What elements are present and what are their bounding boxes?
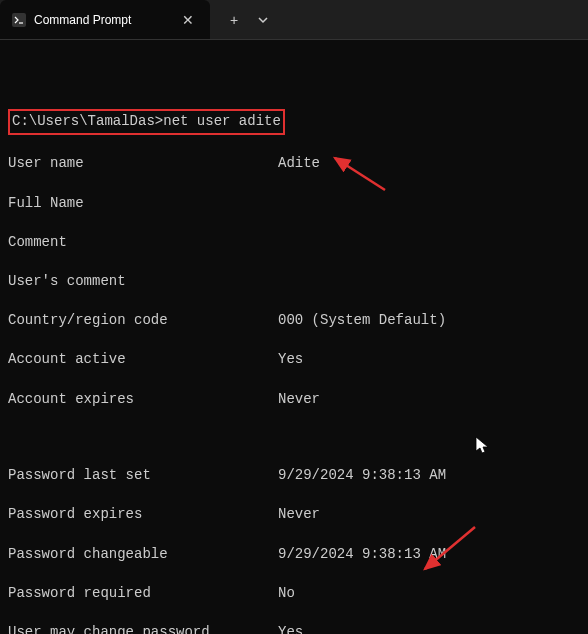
cmd-icon (12, 13, 26, 27)
close-icon[interactable]: ✕ (178, 10, 198, 30)
tab-title: Command Prompt (34, 13, 170, 27)
comment-label: Comment (8, 233, 278, 253)
user-may-change-label: User may change password (8, 623, 278, 634)
chevron-down-icon (258, 15, 268, 25)
typed-command: net user adite (163, 113, 281, 129)
user-may-change-value: Yes (278, 623, 580, 634)
country-label: Country/region code (8, 311, 278, 331)
user-name-label: User name (8, 154, 278, 174)
pw-required-label: Password required (8, 584, 278, 604)
terminal-output[interactable]: C:\Users\TamalDas>net user adite User na… (0, 40, 588, 634)
users-comment-value (278, 272, 580, 292)
account-active-value: Yes (278, 350, 580, 370)
pw-required-value: No (278, 584, 580, 604)
prompt-path: C:\Users\TamalDas> (12, 113, 163, 129)
pw-last-set-value: 9/29/2024 9:38:13 AM (278, 466, 580, 486)
new-tab-button[interactable]: + (222, 8, 246, 32)
comment-value (278, 233, 580, 253)
country-value: 000 (System Default) (278, 311, 580, 331)
tab-dropdown-button[interactable] (250, 8, 276, 32)
tab-command-prompt[interactable]: Command Prompt ✕ (0, 0, 210, 39)
account-expires-label: Account expires (8, 390, 278, 410)
pw-expires-label: Password expires (8, 505, 278, 525)
users-comment-label: User's comment (8, 272, 278, 292)
account-active-label: Account active (8, 350, 278, 370)
pw-expires-value: Never (278, 505, 580, 525)
titlebar-actions: + (210, 8, 276, 32)
full-name-value (278, 194, 580, 214)
svg-rect-0 (12, 13, 26, 27)
pw-last-set-label: Password last set (8, 466, 278, 486)
account-expires-value: Never (278, 390, 580, 410)
user-name-value: Adite (278, 154, 580, 174)
pw-changeable-value: 9/29/2024 9:38:13 AM (278, 545, 580, 565)
pw-changeable-label: Password changeable (8, 545, 278, 565)
titlebar: Command Prompt ✕ + (0, 0, 588, 40)
command-line-highlight: C:\Users\TamalDas>net user adite (8, 109, 285, 135)
full-name-label: Full Name (8, 194, 278, 214)
